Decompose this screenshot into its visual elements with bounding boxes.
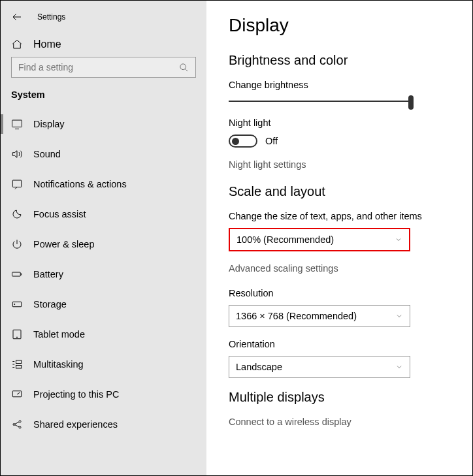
orientation-dropdown[interactable]: Landscape [229,356,410,378]
section-header: System [1,89,206,109]
scale-heading: Scale and layout [229,184,472,199]
orientation-value: Landscape [236,362,282,372]
nav-item-focus[interactable]: Focus assist [1,199,206,229]
orientation-label: Orientation [229,339,472,349]
svg-rect-9 [16,366,22,369]
nav-list: Display Sound Notifications & actions Fo… [1,109,206,439]
svg-point-0 [180,63,186,69]
multiple-heading: Multiple displays [229,390,472,405]
chevron-down-icon [395,363,403,371]
nav-label: Storage [33,299,67,309]
main-content: Display Brightness and color Change brig… [206,1,472,475]
notifications-icon [11,178,23,190]
home-nav[interactable]: Home [1,32,206,57]
search-icon [179,63,189,72]
battery-icon [11,268,23,280]
svg-rect-1 [12,120,22,127]
nav-item-storage[interactable]: Storage [1,289,206,319]
sound-icon [11,148,23,160]
brightness-slider-thumb[interactable] [408,95,414,110]
search-box[interactable] [11,57,196,78]
nav-item-tablet[interactable]: Tablet mode [1,319,206,349]
settings-sidebar: Settings Home System Display Sound Notif… [1,1,206,475]
nav-item-projecting[interactable]: Projecting to this PC [1,379,206,409]
svg-rect-3 [12,272,21,276]
nav-item-notifications[interactable]: Notifications & actions [1,169,206,199]
titlebar: Settings [1,8,206,32]
chevron-down-icon [395,236,402,244]
nav-label: Power & sleep [33,239,95,249]
brightness-heading: Brightness and color [229,53,472,68]
home-icon [11,39,23,50]
chevron-down-icon [395,312,403,320]
resolution-label: Resolution [229,288,472,298]
nightlight-state: Off [265,136,278,146]
nav-item-power[interactable]: Power & sleep [1,229,206,259]
nav-label: Display [33,119,65,129]
nav-label: Shared experiences [33,419,118,430]
projecting-icon [11,389,23,400]
text-size-label: Change the size of text, apps, and other… [229,211,472,221]
connect-wireless-link[interactable]: Connect to a wireless display [229,417,472,427]
nightlight-settings-link[interactable]: Night light settings [229,159,472,170]
toggle-knob [232,138,239,145]
multitask-icon [11,358,23,370]
svg-point-11 [13,424,15,426]
brightness-slider[interactable] [229,101,410,102]
tablet-icon [11,328,23,340]
nav-item-display[interactable]: Display [1,109,206,139]
text-size-value: 100% (Recommended) [236,234,334,245]
nav-label: Sound [33,149,61,159]
nav-item-battery[interactable]: Battery [1,259,206,289]
nav-item-sound[interactable]: Sound [1,139,206,169]
search-input[interactable] [18,62,179,72]
nav-label: Multitasking [33,359,84,370]
nightlight-label: Night light [229,118,472,128]
svg-point-7 [16,337,17,338]
svg-point-5 [14,304,15,304]
nav-label: Battery [33,269,63,279]
resolution-dropdown[interactable]: 1366 × 768 (Recommended) [229,305,410,327]
nav-item-shared[interactable]: Shared experiences [1,409,206,439]
nav-label: Notifications & actions [33,179,127,189]
window-title: Settings [37,12,65,22]
home-label: Home [33,39,61,50]
nav-label: Tablet mode [33,329,85,340]
advanced-scaling-link[interactable]: Advanced scaling settings [229,263,472,274]
display-icon [11,118,23,130]
svg-rect-8 [16,360,22,364]
page-title: Display [229,15,472,36]
back-button[interactable] [11,11,23,23]
svg-point-13 [19,426,21,428]
nav-label: Projecting to this PC [33,389,119,400]
shared-icon [11,419,23,430]
resolution-value: 1366 × 768 (Recommended) [236,311,357,321]
change-brightness-label: Change brightness [229,80,472,90]
power-icon [11,238,23,250]
svg-point-12 [19,420,21,422]
svg-rect-10 [12,391,22,397]
storage-icon [11,298,23,310]
svg-rect-2 [12,180,22,187]
nav-label: Focus assist [33,209,86,219]
text-size-dropdown[interactable]: 100% (Recommended) [229,228,410,251]
nav-item-multitask[interactable]: Multitasking [1,349,206,379]
nightlight-toggle[interactable] [229,135,257,148]
focus-icon [11,208,23,220]
